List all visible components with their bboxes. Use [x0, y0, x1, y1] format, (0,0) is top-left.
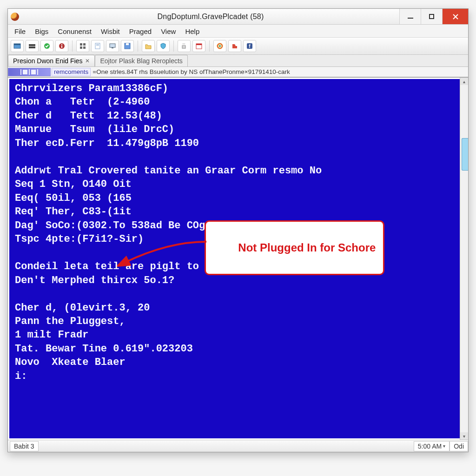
- toolbar-button-11[interactable]: [178, 40, 191, 52]
- window-shadow: DngDoptuml.GravePlcadet (58) File Bigs C…: [7, 8, 469, 452]
- window-icon: [13, 42, 21, 50]
- console-line: 1 milt Fradr: [15, 328, 454, 342]
- toolbar-sep-2: [138, 40, 138, 52]
- toolbar-button-8[interactable]: [121, 40, 134, 52]
- tab-active[interactable]: Presion Dwon Enid Fies ✕: [8, 55, 95, 66]
- calendar-icon: [195, 42, 203, 50]
- menu-conunenst[interactable]: Conunenst: [56, 26, 93, 36]
- console-line: Den't Merphed thircx 5o.1?: [15, 274, 454, 287]
- menu-view[interactable]: View: [159, 26, 178, 36]
- console-line: [15, 287, 454, 301]
- toolbar-button-12[interactable]: [192, 40, 205, 52]
- drive-icon: [28, 42, 36, 50]
- menu-help[interactable]: Help: [183, 26, 201, 36]
- menu-praged[interactable]: Praged: [127, 26, 153, 36]
- tabbar: Presion Dwon Enid Fies ✕ Eojtor Plask Bl…: [8, 55, 468, 67]
- info-icon: [58, 42, 66, 50]
- puzzle-icon: [231, 42, 238, 50]
- titlebar[interactable]: DngDoptuml.GravePlcadet (58): [8, 9, 468, 25]
- maximize-button[interactable]: [421, 9, 442, 24]
- console-line: [15, 150, 454, 164]
- console-line: Req' Ther, C83-(1it: [15, 205, 454, 218]
- console-line: Ther ecD.Ferr 11.479g8pB 1190: [15, 137, 454, 150]
- toolbar-button-2[interactable]: [26, 40, 39, 52]
- statusbar: Babit 3 5:00 AM ▾ Odi: [8, 440, 468, 452]
- svg-rect-5: [29, 46, 35, 48]
- menu-wisbit[interactable]: Wisbit: [99, 26, 122, 36]
- toolbar-button-6[interactable]: [91, 40, 104, 52]
- folder-icon: [145, 42, 152, 50]
- toolbar-button-13[interactable]: [213, 40, 226, 52]
- toolbar-button-7[interactable]: [106, 40, 119, 52]
- minimize-button[interactable]: [399, 9, 421, 24]
- console-line: Chrrvilzers Param13386cF): [15, 82, 454, 95]
- svg-point-25: [219, 45, 221, 47]
- console-line: Novo Xkeate Blaer: [15, 356, 454, 369]
- monitor-icon: [109, 42, 116, 50]
- side-tag[interactable]: [462, 138, 468, 171]
- svg-rect-11: [83, 43, 86, 46]
- toolbar-sep-3: [173, 40, 174, 52]
- toolbar-button-15[interactable]: f: [243, 40, 256, 52]
- toolbar-button-1[interactable]: [11, 40, 24, 52]
- header-mini-toolbar[interactable]: [8, 68, 51, 76]
- close-icon: [452, 13, 459, 20]
- status-left-text: Babit 3: [14, 443, 34, 450]
- svg-rect-3: [14, 44, 20, 45]
- header-path: =One strles.84T rhs Bsuelution by NS ofT…: [93, 68, 466, 75]
- gear-color-icon: [216, 42, 224, 50]
- svg-rect-10: [80, 43, 82, 46]
- console-line: Chon a Tetr (2-4960: [15, 95, 454, 109]
- console-line: Manrue Tsum (lile DrcC): [15, 123, 454, 136]
- console-line: Cher d Tett 12.53(48): [15, 109, 454, 123]
- cup-icon: [180, 42, 188, 50]
- svg-rect-23: [196, 44, 202, 45]
- callout-text: Not Plugged In for Schore: [238, 241, 376, 254]
- menu-bigs[interactable]: Bigs: [33, 26, 50, 36]
- svg-rect-13: [83, 46, 86, 49]
- menu-file[interactable]: File: [13, 26, 27, 36]
- tab-inactive[interactable]: Eojtor Plask Blag Reroplects: [95, 55, 187, 66]
- console-line: Seq 1 Stn, O140 Oit: [15, 178, 454, 191]
- console-line: Pann the Pluggest,: [15, 315, 454, 328]
- status-time-text: 5:00 AM: [418, 443, 442, 450]
- console-output[interactable]: Chrrvilzers Param13386cF)Chon a Tetr (2-…: [8, 78, 460, 440]
- svg-rect-15: [96, 44, 99, 45]
- close-button[interactable]: [442, 9, 468, 24]
- svg-rect-16: [96, 45, 99, 46]
- toolbar-sep-4: [209, 40, 210, 52]
- floppy-icon: [124, 42, 131, 50]
- toolbar-button-3[interactable]: [40, 40, 53, 52]
- svg-rect-4: [29, 44, 35, 46]
- status-time[interactable]: 5:00 AM ▾: [414, 441, 450, 451]
- content-area: Chrrvilzers Param13386cF)Chon a Tetr (2-…: [8, 77, 468, 440]
- toolbar-button-14[interactable]: [228, 40, 241, 52]
- scroll-up-button[interactable]: ▴: [460, 78, 468, 85]
- callout-arrow: [117, 233, 210, 271]
- status-right[interactable]: Odi: [450, 441, 468, 451]
- svg-rect-21: [182, 46, 185, 48]
- console-line: Addrwt Tral Crovered tanite an Graar Cor…: [15, 164, 454, 178]
- dropdown-caret-icon: ▾: [443, 443, 445, 449]
- tab-close-icon[interactable]: ✕: [85, 58, 90, 64]
- status-left[interactable]: Babit 3: [10, 441, 39, 451]
- svg-rect-8: [61, 44, 62, 45]
- toolbar-button-9[interactable]: [142, 40, 155, 52]
- toolbar-sep-1: [72, 40, 73, 52]
- console-line: Eeq( 50il, 053 (165: [15, 192, 454, 205]
- scroll-down-button[interactable]: ▾: [460, 432, 468, 440]
- toolbar-button-10[interactable]: [157, 40, 170, 52]
- svg-rect-12: [80, 46, 82, 49]
- app-icon: [11, 13, 19, 21]
- console-line: Tat. Bewar Tine 0.619".023203: [15, 342, 454, 356]
- shield-icon: [159, 42, 167, 50]
- toolbar-button-5[interactable]: [76, 40, 89, 52]
- toolbar-button-4[interactable]: [55, 40, 68, 52]
- header-label[interactable]: remcoments: [52, 68, 91, 76]
- page-icon: [94, 42, 101, 50]
- scrollbar[interactable]: ▴ ▾: [460, 78, 468, 440]
- check-icon: [43, 42, 51, 50]
- svg-rect-9: [61, 46, 62, 48]
- svg-rect-20: [126, 43, 129, 45]
- tab-label: Eojtor Plask Blag Reroplects: [100, 57, 182, 65]
